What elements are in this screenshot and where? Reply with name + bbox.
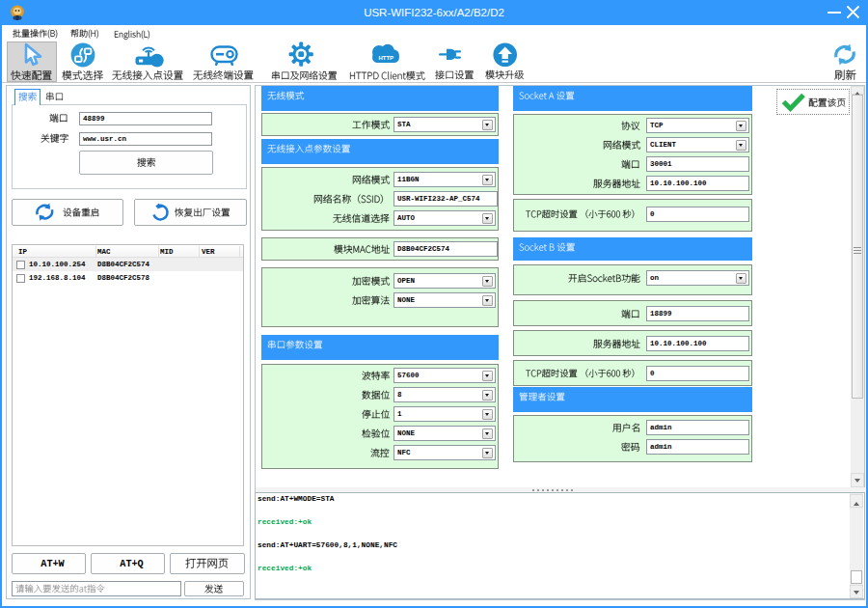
svg-text:HTTP: HTTP [378,55,393,61]
